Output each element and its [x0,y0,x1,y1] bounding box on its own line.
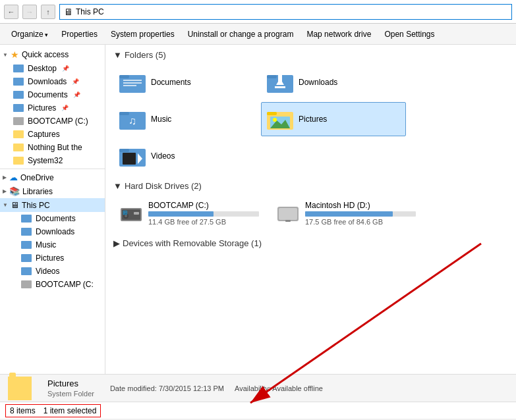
svg-rect-29 [279,208,297,220]
svg-rect-2 [123,80,142,81]
mac-progress [305,211,393,217]
availability: Availability: Available offline [235,384,323,392]
folder-icon [13,144,24,151]
svg-rect-4 [123,85,136,86]
organize-button[interactable]: Organize [5,27,54,41]
documents-icon [119,72,146,93]
item-count: 8 items [10,406,36,415]
folder-icon [13,130,24,138]
sidebar-thispc-videos[interactable]: Videos [0,265,105,278]
label: Documents [36,214,76,223]
folder-tile-downloads[interactable]: Downloads [261,65,406,99]
videos-icon [119,145,146,167]
map-network-button[interactable]: Map network drive [301,27,377,41]
sidebar-label-bootcamp: BOOTCAMP (C:) [28,117,88,126]
onedrive-header[interactable]: ▶ ☁ OneDrive [0,171,105,184]
folder-icon [21,267,32,275]
sidebar-label-captures: Captures [28,130,60,139]
sidebar-item-desktop[interactable]: Desktop 📌 [0,62,105,75]
sidebar-thispc-music[interactable]: Music [0,238,105,251]
svg-rect-9 [275,86,285,88]
sidebar-thispc-bootcamp[interactable]: BOOTCAMP (C: [0,278,105,291]
pin-icon-pictures: 📌 [61,105,69,111]
folder-icon [21,228,32,236]
sidebar-label-pictures: Pictures [28,103,56,113]
details-type: System Folder [47,390,94,398]
sidebar-item-nothing[interactable]: Nothing But the [0,141,105,154]
details-info: Pictures System Folder [47,379,94,398]
bootcamp-info: BOOTCAMP (C:) 11.4 GB free of 27.5 GB [148,201,259,226]
folders-title: ▼ Folders (5) [113,50,508,60]
drives-arrow: ▼ [113,181,122,191]
quick-access-star-icon: ★ [11,49,19,60]
sidebar-item-system32[interactable]: System32 [0,154,105,167]
sidebar-item-bootcamp[interactable]: BOOTCAMP (C:) [0,115,105,128]
music-icon: ♫ [119,109,146,130]
details-name: Pictures [47,379,94,388]
svg-rect-19 [119,149,129,152]
bootcamp-name: BOOTCAMP (C:) [148,201,259,210]
open-settings-button[interactable]: Open Settings [378,27,440,41]
folder-tile-pictures[interactable]: Pictures [261,102,406,136]
sidebar-item-captures[interactable]: Captures [0,128,105,141]
folder-icon [13,91,24,99]
mac-space: 17.5 GB free of 84.6 GB [305,218,416,226]
sidebar-item-pictures[interactable]: Pictures 📌 [0,101,105,115]
downloads-icon [267,72,293,93]
folder-icon [21,254,32,262]
bootcamp-progress [148,211,214,217]
label: Downloads [36,227,74,236]
back-button[interactable]: ← [4,5,18,19]
folder-icon [21,215,32,223]
onedrive-label: OneDrive [20,173,54,182]
folders-arrow: ▼ [113,50,122,60]
svg-text:♫: ♫ [129,115,136,126]
address-text: This PC [76,7,104,16]
address-box[interactable]: 🖥 This PC [59,4,512,20]
sidebar-item-downloads[interactable]: Downloads 📌 [0,75,105,88]
bootcamp-space: 11.4 GB free of 27.5 GB [148,218,259,226]
svg-rect-1 [119,75,129,78]
date-modified-value: 7/30/2015 12:13 PM [159,384,224,392]
folder-tile-documents[interactable]: Documents [113,65,258,99]
uninstall-button[interactable]: Uninstall or change a program [182,27,300,41]
drives-label: Hard Disk Drives (2) [125,181,202,191]
sidebar-thispc-downloads[interactable]: Downloads [0,225,105,238]
drive-icon [13,117,24,125]
sidebar-label-downloads: Downloads [28,77,67,86]
folder-tile-music[interactable]: ♫ Music [113,102,258,136]
content-area: ▼ Folders (5) Documents Downloads [105,45,516,374]
date-modified-label: Date modified: [110,384,157,392]
label: Pictures [36,253,64,263]
label: Videos [36,267,59,276]
label: BOOTCAMP (C: [36,280,94,289]
pin-icon-desktop: 📌 [62,65,69,72]
drive-tile-bootcamp[interactable]: ⊞ BOOTCAMP (C:) 11.4 GB free of 27.5 GB [113,196,265,230]
quick-access-header[interactable]: ▼ ★ Quick access [0,47,105,62]
up-button[interactable]: ↑ [41,5,55,19]
mac-info: Macintosh HD (D:) 17.5 GB free of 84.6 G… [305,201,416,226]
label: Music [36,240,56,249]
sidebar-item-documents[interactable]: Documents 📌 [0,88,105,101]
mac-progress-bg [305,211,416,217]
availability-label: Availability: [235,384,271,392]
pictures-icon [267,109,293,130]
removable-arrow: ▶ [113,238,120,248]
libraries-header[interactable]: ▶ 📚 Libraries [0,184,105,198]
drive-tile-mac[interactable]: Macintosh HD (D:) 17.5 GB free of 84.6 G… [270,196,422,230]
thispc-header[interactable]: ▼ 🖥 This PC [0,198,105,212]
removable-section: ▶ Devices with Removable Storage (1) [113,238,508,248]
sidebar-thispc-documents[interactable]: Documents [0,212,105,225]
onedrive-section: ▶ ☁ OneDrive [0,171,105,184]
address-bar: ← → ↑ 🖥 This PC [0,0,516,24]
date-modified: Date modified: 7/30/2015 12:13 PM [110,384,224,392]
folder-icon [21,241,32,249]
svg-rect-14 [267,112,277,115]
folder-tile-videos[interactable]: Videos [113,139,258,173]
system-properties-button[interactable]: System properties [105,27,181,41]
svg-rect-30 [285,220,291,222]
forward-button[interactable]: → [22,5,37,19]
sidebar-thispc-pictures[interactable]: Pictures [0,251,105,265]
folders-label: Folders (5) [125,50,166,60]
properties-button[interactable]: Properties [55,27,103,41]
